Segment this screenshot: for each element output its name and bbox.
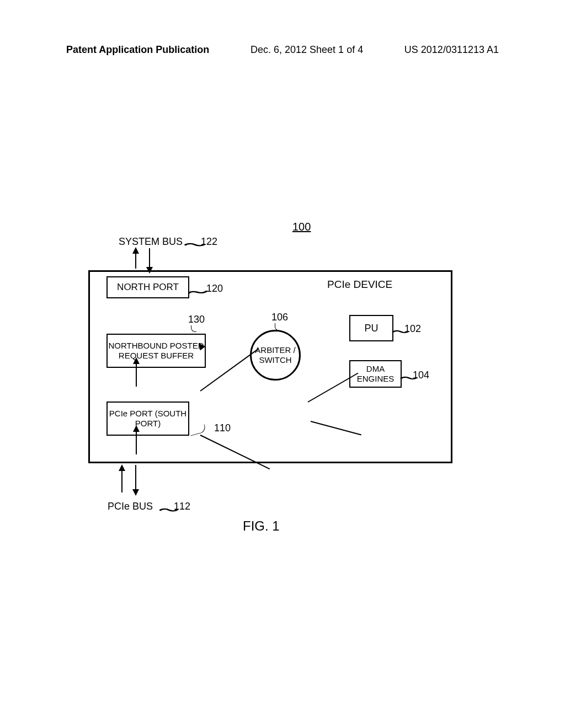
north-port-block: NORTH PORT: [106, 276, 189, 298]
arrow-line: [121, 470, 122, 493]
ref-102: 102: [404, 323, 421, 335]
ref-104: 104: [413, 370, 429, 381]
figure-label: FIG. 1: [243, 518, 280, 534]
connector-line: [200, 435, 270, 469]
northbound-buffer-block: NORTHBOUND POSTED REQUEST BUFFER: [106, 334, 206, 368]
system-bus-label: SYSTEM BUS: [119, 236, 183, 248]
leader-line: [189, 424, 207, 436]
ref-130: 130: [188, 314, 205, 325]
header-right: US 2012/0311213 A1: [404, 44, 499, 56]
leader-line: [191, 325, 196, 332]
ref-110: 110: [214, 422, 231, 434]
arrow-up-icon: [132, 247, 139, 254]
pcie-device-box: PCIe DEVICE NORTH PORT 〜 120 130 NORTHBO…: [88, 270, 452, 463]
arrow-line: [135, 253, 136, 269]
arrow-up-icon: [133, 425, 140, 432]
ref-100: 100: [292, 221, 311, 233]
arbiter-switch-block: ARBITER / SWITCH: [250, 330, 301, 381]
arrow-down-icon: [132, 489, 139, 496]
ref-112: 112: [174, 501, 190, 512]
arrow-line: [136, 431, 137, 454]
arrow-up-icon: [119, 464, 125, 471]
ref-120: 120: [206, 283, 223, 295]
device-title: PCIe DEVICE: [327, 279, 392, 291]
arrow-line: [149, 248, 150, 268]
arrow-up-icon: [133, 357, 140, 364]
arrow-line: [136, 363, 137, 387]
diagram: 100 SYSTEM BUS 〜 122 PCIe DEVICE NORTH P…: [77, 215, 486, 546]
pcie-bus-label: PCIe BUS: [108, 501, 153, 512]
header-center: Dec. 6, 2012 Sheet 1 of 4: [250, 44, 363, 56]
pu-block: PU: [349, 315, 393, 341]
ref-106: 106: [271, 312, 288, 323]
page-header: Patent Application Publication Dec. 6, 2…: [0, 44, 565, 56]
header-left: Patent Application Publication: [66, 44, 209, 56]
connector-line: [200, 349, 258, 392]
arrow-line: [135, 465, 136, 490]
ref-122: 122: [201, 236, 217, 248]
connector-line: [311, 421, 361, 436]
pcie-south-port-block: PCIe PORT (SOUTH PORT): [106, 402, 189, 436]
